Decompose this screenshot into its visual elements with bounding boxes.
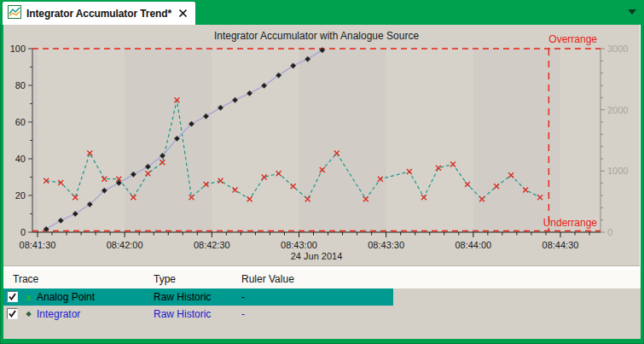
close-icon [178,9,188,18]
trace-name-cell: Integrator [37,308,80,320]
titlebar: Integrator Accumulator Trend* [0,0,644,25]
svg-text:24 Jun 2014: 24 Jun 2014 [291,251,343,261]
svg-text:0: 0 [607,227,612,237]
svg-text:60: 60 [15,117,26,127]
column-header-trace[interactable]: Trace [13,273,38,285]
ruler-value-cell: - [241,291,245,303]
dropdown-arrow-icon[interactable] [628,9,636,15]
trace-type-cell: Raw Historic [154,291,211,303]
left-axis-ticks: 020406080100 [10,44,32,237]
svg-text:08:43:30: 08:43:30 [368,240,404,250]
column-header-ruler-value[interactable]: Ruler Value [241,273,294,285]
svg-text:Overrange: Overrange [548,33,597,45]
tab-trend-document[interactable]: Integrator Accumulator Trend* [3,2,195,25]
svg-text:Underrange: Underrange [543,217,598,229]
trace-visibility-checkbox[interactable] [7,308,18,319]
content-area: 08:41:3008:42:0008:42:3008:43:0008:43:30… [3,25,641,339]
svg-text:100: 100 [10,44,26,54]
trace-name-cell: Analog Point [37,291,95,303]
svg-text:2000: 2000 [607,105,628,115]
svg-text:08:44:00: 08:44:00 [455,240,491,250]
column-header-type[interactable]: Type [154,273,176,285]
svg-text:08:43:00: 08:43:00 [281,240,317,250]
trace-table: Trace Type Ruler Value x Analog Point Ra… [3,266,641,339]
right-axis-ticks: 0100020003000 [600,44,628,237]
checkmark-icon [8,309,17,318]
trend-window: Integrator Accumulator Trend* 08:41:3008… [0,0,644,344]
svg-text:80: 80 [15,80,26,90]
svg-text:20: 20 [15,190,26,201]
ruler-value-cell: - [241,308,245,320]
svg-text:08:44:30: 08:44:30 [542,240,579,250]
svg-text:08:42:00: 08:42:00 [107,240,143,250]
plot-background-bands [32,49,600,232]
svg-text:3000: 3000 [607,44,628,54]
trend-chart[interactable]: 08:41:3008:42:0008:42:3008:43:0008:43:30… [3,25,640,265]
tab-title: Integrator Accumulator Trend* [26,8,171,20]
trace-type-cell: Raw Historic [154,308,211,320]
trace-marker-icon: x [23,291,34,303]
svg-text:08:42:30: 08:42:30 [194,240,230,250]
table-header: Trace Type Ruler Value [3,270,641,289]
table-row[interactable]: ◆ Integrator Raw Historic - [3,306,393,323]
svg-text:08:41:30: 08:41:30 [20,240,56,250]
svg-text:1000: 1000 [607,166,628,176]
table-row[interactable]: x Analog Point Raw Historic - [3,289,393,306]
x-axis-ticks: 08:41:3008:42:0008:42:3008:43:0008:43:30… [20,232,589,261]
tab-close-button[interactable] [177,8,189,20]
chart-panel: 08:41:3008:42:0008:42:3008:43:0008:43:30… [3,25,640,266]
svg-text:0: 0 [20,227,26,237]
chart-title: Integrator Accumulator with Analogue Sou… [214,30,419,42]
trace-visibility-checkbox[interactable] [7,291,18,302]
checkmark-icon [8,292,17,301]
trace-marker-icon: ◆ [23,308,34,320]
svg-text:40: 40 [15,154,26,164]
trend-chart-icon [8,5,21,22]
